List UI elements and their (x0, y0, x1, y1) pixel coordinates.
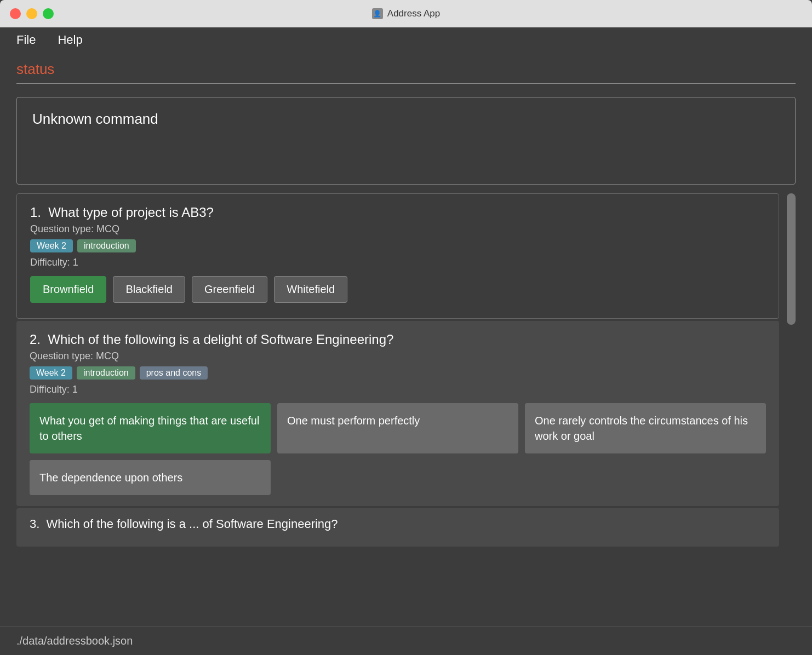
question-1-tags: Week 2 introduction (30, 239, 765, 252)
question-2-answers: What you get of making things that are u… (30, 403, 766, 453)
title-text: Address App (387, 8, 440, 19)
tag-week2-q2[interactable]: Week 2 (30, 366, 72, 380)
question-1: 1. What type of project is AB3? Question… (16, 193, 779, 319)
question-3-title: 3. Which of the following is a ... of So… (30, 517, 766, 531)
tag-introduction-q2[interactable]: introduction (77, 366, 135, 380)
window-title: 👤 Address App (372, 8, 440, 19)
question-2-number: 2. (30, 332, 41, 347)
command-box: Unknown command (16, 97, 796, 185)
status-label: status (16, 61, 796, 78)
option-whitefield[interactable]: Whitefield (274, 276, 347, 303)
menubar: File Help (0, 27, 812, 53)
question-2: 2. Which of the following is a delight o… (16, 321, 779, 506)
command-text: Unknown command (32, 111, 158, 127)
question-1-number: 1. (30, 205, 41, 220)
question-1-type: Question type: MCQ (30, 223, 765, 235)
question-3-text: Which of the following is a ... of Softw… (47, 517, 338, 531)
status-section: status (16, 53, 796, 88)
questions-area: 1. What type of project is AB3? Question… (16, 193, 796, 547)
scrollbar[interactable] (787, 193, 796, 325)
question-3-partial: 3. Which of the following is a ... of So… (16, 508, 779, 547)
tag-pros-cons-q2[interactable]: pros and cons (140, 366, 208, 380)
question-1-text: What type of project is AB3? (48, 205, 214, 220)
status-divider (16, 83, 796, 84)
question-1-options: Brownfield Blackfield Greenfield Whitefi… (30, 276, 765, 303)
question-2-difficulty: Difficulty: 1 (30, 384, 766, 395)
option-greenfield[interactable]: Greenfield (192, 276, 267, 303)
titlebar: 👤 Address App (0, 0, 812, 27)
option-blackfield[interactable]: Blackfield (113, 276, 185, 303)
question-3-number: 3. (30, 517, 39, 531)
question-2-tags: Week 2 introduction pros and cons (30, 366, 766, 380)
minimize-button[interactable] (26, 8, 37, 19)
close-button[interactable] (10, 8, 21, 19)
question-2-type: Question type: MCQ (30, 351, 766, 362)
question-2-text: Which of the following is a delight of S… (48, 332, 393, 347)
app-icon: 👤 (372, 8, 383, 19)
bottom-bar: ./data/addressbook.json (0, 627, 812, 655)
question-1-title: 1. What type of project is AB3? (30, 205, 765, 220)
question-1-difficulty: Difficulty: 1 (30, 257, 765, 268)
tag-week2-q1[interactable]: Week 2 (30, 239, 73, 252)
main-content: status Unknown command 1. What type of p… (0, 53, 812, 625)
answer-option-2[interactable]: One must perform perfectly (277, 403, 518, 453)
tag-introduction-q1[interactable]: introduction (77, 239, 136, 252)
question-2-answers-row2: The dependence upon others (30, 460, 766, 495)
menu-help[interactable]: Help (58, 33, 82, 47)
question-2-title: 2. Which of the following is a delight o… (30, 332, 766, 347)
maximize-button[interactable] (43, 8, 54, 19)
option-brownfield[interactable]: Brownfield (30, 276, 106, 303)
window-controls (10, 8, 54, 19)
answer-option-3[interactable]: One rarely controls the circumstances of… (525, 403, 766, 453)
file-path: ./data/addressbook.json (16, 635, 133, 647)
menu-file[interactable]: File (16, 33, 36, 47)
answer-option-1[interactable]: What you get of making things that are u… (30, 403, 271, 453)
answer-option-4[interactable]: The dependence upon others (30, 460, 271, 495)
